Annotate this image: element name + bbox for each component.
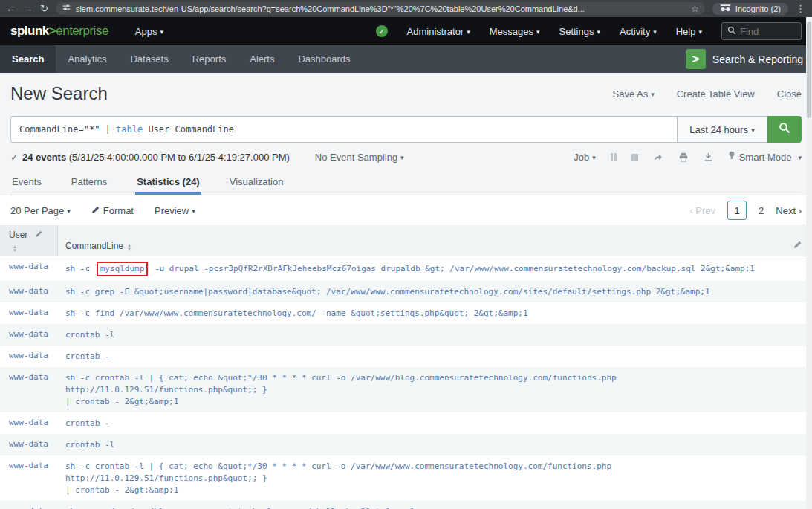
share-icon[interactable]	[653, 152, 663, 162]
nav-item-dashboards[interactable]: Dashboards	[286, 45, 362, 73]
nav-item-datasets[interactable]: Datasets	[118, 45, 180, 73]
sort-icon[interactable]: ▲▼	[13, 245, 17, 253]
per-page-menu[interactable]: 20 Per Page	[10, 205, 71, 216]
scrollbar-thumb[interactable]	[807, 22, 811, 118]
nav-item-alerts[interactable]: Alerts	[238, 45, 286, 73]
splunk-logo[interactable]: splunk>enterprise	[10, 24, 108, 39]
smart-mode-menu[interactable]: Smart Mode	[728, 151, 802, 163]
chevron-down-icon	[650, 26, 657, 37]
nav-item-search[interactable]: Search	[0, 45, 56, 73]
preview-menu[interactable]: Preview	[155, 205, 195, 216]
app-nav: Search Analytics Datasets Reports Alerts…	[0, 45, 812, 73]
apps-menu[interactable]: Apps	[135, 26, 163, 37]
cell-commandline-value[interactable]: crontab -	[58, 412, 812, 434]
cell-commandline-value[interactable]: sh -c crontab -l | { cat; echo &quot;*/3…	[58, 367, 812, 412]
create-table-view-button[interactable]: Create Table View	[677, 88, 755, 100]
cell-commandline-value[interactable]: crontab -l	[58, 434, 812, 455]
health-check-icon[interactable]: ✓	[376, 25, 388, 37]
job-menu[interactable]: Job	[574, 152, 596, 163]
format-menu[interactable]: Format	[91, 205, 134, 216]
event-count: 24 events	[22, 152, 66, 163]
query-pre: CommandLine="*" |	[19, 124, 116, 134]
pencil-icon[interactable]	[793, 241, 802, 251]
chevron-down-icon	[157, 26, 163, 37]
nav-item-reports[interactable]: Reports	[181, 45, 238, 73]
settings-menu[interactable]: Settings	[559, 26, 601, 37]
next-page-button[interactable]: Next ›	[776, 205, 802, 216]
column-header-commandline[interactable]: CommandLine ▲▼	[58, 225, 812, 256]
incognito-icon	[720, 4, 731, 13]
table-row: www-datacrontab -	[0, 412, 812, 434]
search-submit-button[interactable]	[767, 116, 802, 143]
tab-patterns[interactable]: Patterns	[70, 169, 108, 195]
administrator-menu[interactable]: Administrator	[407, 26, 470, 37]
cell-user-value[interactable]: www-data	[0, 256, 58, 281]
cell-user-value[interactable]: www-data	[0, 281, 58, 302]
table-row: www-datacrontab -l	[0, 324, 812, 346]
site-info-icon[interactable]	[62, 2, 71, 16]
cell-commandline-value[interactable]: sh -c crontab -l | { cat; echo &quot;*/3…	[58, 455, 812, 501]
cell-commandline-value[interactable]: sh -c rm /var/www/blog.commensuratetechn…	[58, 501, 812, 509]
scrollbar[interactable]	[806, 17, 812, 509]
incognito-label: Incognito (2)	[735, 4, 781, 13]
chevron-down-icon	[695, 26, 702, 37]
tab-statistics[interactable]: Statistics (24)	[135, 169, 201, 195]
chevron-down-icon	[589, 152, 596, 163]
save-as-menu[interactable]: Save As	[612, 88, 654, 100]
print-icon[interactable]	[678, 152, 689, 162]
cell-commandline-value[interactable]: sh -c mysqldump -u drupal -pcsr3pQfR2rXD…	[58, 256, 812, 281]
cell-user-value[interactable]: www-data	[0, 302, 58, 324]
cell-commandline-value[interactable]: sh -c grep -E &quot;username|password|da…	[58, 281, 812, 302]
back-icon[interactable]: ←	[6, 0, 16, 17]
messages-menu[interactable]: Messages	[490, 26, 540, 37]
forward-icon[interactable]: →	[23, 0, 33, 17]
cell-user-value[interactable]: www-data	[0, 455, 58, 501]
search-query-input[interactable]: CommandLine="*" | table User CommandLine	[10, 116, 677, 143]
sort-icon[interactable]: ▲▼	[127, 244, 131, 251]
table-row: www-datacrontab -	[0, 346, 812, 367]
cell-commandline-value[interactable]: crontab -	[58, 346, 812, 367]
cell-user-value[interactable]: www-data	[0, 324, 58, 346]
cell-user-value[interactable]: www-data	[0, 501, 58, 509]
find-input[interactable]	[740, 26, 792, 37]
table-row: www-datash -c find /var/www/www.commensu…	[0, 302, 812, 324]
cell-user-value[interactable]: www-data	[0, 367, 58, 412]
cell-commandline-value[interactable]: sh -c find /var/www/www.commensuratetech…	[58, 302, 812, 324]
tab-events[interactable]: Events	[10, 169, 43, 195]
event-sampling-menu[interactable]: No Event Sampling	[315, 152, 404, 163]
cell-user-value[interactable]: www-data	[0, 412, 58, 434]
column-header-user[interactable]: User ▲▼	[0, 225, 58, 256]
url-bar[interactable]: siem.commensurate.tech/en-US/app/search/…	[56, 2, 705, 15]
time-range-picker[interactable]: Last 24 hours	[677, 116, 767, 143]
highlight-annotation-box: mysqldump	[97, 262, 149, 276]
tab-visualization[interactable]: Visualization	[228, 169, 285, 195]
activity-menu[interactable]: Activity	[620, 26, 657, 37]
help-menu[interactable]: Help	[676, 26, 702, 37]
splunk-topbar: splunk>enterprise Apps ✓ Administrator M…	[0, 17, 812, 45]
pencil-icon	[91, 205, 100, 216]
table-row: www-datash -c grep -E &quot;username|pas…	[0, 281, 812, 302]
chevron-down-icon	[64, 205, 71, 216]
url-text[interactable]: siem.commensurate.tech/en-US/app/search/…	[76, 4, 686, 13]
find-search-box[interactable]	[721, 22, 802, 40]
stop-icon[interactable]	[631, 154, 638, 161]
reload-icon[interactable]: ↻	[40, 0, 48, 17]
nav-item-analytics[interactable]: Analytics	[56, 45, 118, 73]
table-toolbar: 20 Per Page Format Preview ‹ Prev 1 2 Ne…	[0, 195, 812, 225]
cell-user-value[interactable]: www-data	[0, 434, 58, 455]
chevron-down-icon	[795, 152, 802, 163]
close-button[interactable]: Close	[777, 88, 802, 100]
browser-menu-icon[interactable]: ⋮	[796, 3, 806, 14]
cell-commandline-value[interactable]: crontab -l	[58, 324, 812, 346]
download-icon[interactable]	[704, 152, 713, 162]
cell-user-value[interactable]: www-data	[0, 346, 58, 367]
search-icon	[779, 122, 790, 137]
results-table-header: User ▲▼ CommandLine ▲▼	[0, 225, 812, 256]
pause-icon[interactable]	[611, 153, 617, 161]
page-1-button[interactable]: 1	[727, 201, 747, 220]
bookmark-star-icon[interactable]: ☆	[691, 4, 699, 14]
results-table-body: www-datash -c mysqldump -u drupal -pcsr3…	[0, 256, 812, 509]
prev-page-button: ‹ Prev	[689, 205, 715, 216]
page-2-button[interactable]: 2	[759, 205, 764, 216]
pencil-icon[interactable]	[35, 230, 42, 240]
